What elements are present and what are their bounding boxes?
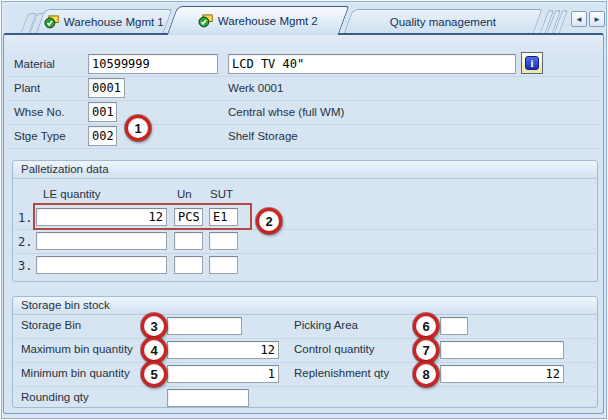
minimum-bin-quantity-input[interactable] xyxy=(167,365,279,383)
un-input-3[interactable] xyxy=(174,256,203,274)
row-separator xyxy=(8,76,600,77)
material-description-input[interactable] xyxy=(228,54,516,74)
storage-bin-stock-group: Storage bin stock Storage Bin Maximum bi… xyxy=(12,296,598,408)
storage-bin-input[interactable] xyxy=(167,317,242,335)
replenishment-qty-label: Replenishment qty xyxy=(294,367,389,379)
annotation-circle-7: 7 xyxy=(413,337,439,363)
replenishment-qty-input[interactable] xyxy=(440,365,564,383)
row-separator xyxy=(15,362,596,363)
row-separator xyxy=(15,338,596,339)
info-icon: i xyxy=(525,56,539,70)
sut-column-header: SUT xyxy=(210,188,233,200)
annotation-circle-3: 3 xyxy=(141,313,167,339)
view-check-icon xyxy=(198,14,213,28)
le-quantity-column-header: LE quantity xyxy=(43,188,101,200)
whse-description: Central whse (full WM) xyxy=(228,106,344,118)
material-input[interactable] xyxy=(88,54,218,74)
arrow-right-icon: ► xyxy=(593,15,601,24)
annotation-circle-8: 8 xyxy=(413,361,439,387)
rounding-qty-input[interactable] xyxy=(167,389,249,407)
sut-input-3[interactable] xyxy=(209,256,238,274)
row-separator xyxy=(8,124,600,125)
le-quantity-input-2[interactable] xyxy=(36,232,167,250)
tab-scroll-right-button[interactable]: ► xyxy=(589,11,605,27)
maximum-bin-quantity-input[interactable] xyxy=(167,341,279,359)
control-quantity-input[interactable] xyxy=(440,341,564,359)
material-label: Material xyxy=(14,58,55,70)
minimum-bin-quantity-label: Minimum bin quantity xyxy=(21,367,130,379)
arrow-left-icon: ◄ xyxy=(575,15,583,24)
le-quantity-input-3[interactable] xyxy=(36,256,167,274)
row-separator xyxy=(8,100,600,101)
storage-bin-label: Storage Bin xyxy=(21,319,81,331)
stge-type-input[interactable] xyxy=(88,126,117,146)
picking-area-label: Picking Area xyxy=(294,319,358,331)
tab-quality-management[interactable]: Quality management xyxy=(343,9,542,34)
annotation-circle-4: 4 xyxy=(141,337,167,363)
stge-type-label: Stge Type xyxy=(14,130,66,142)
sut-input-2[interactable] xyxy=(209,232,238,250)
control-quantity-label: Control quantity xyxy=(294,343,375,355)
plant-input[interactable] xyxy=(88,78,125,98)
picking-area-input[interactable] xyxy=(440,317,468,335)
info-button[interactable]: i xyxy=(521,52,543,74)
tab-warehouse-mgmt-2[interactable]: Warehouse Mgmt 2 xyxy=(167,6,350,35)
row-separator xyxy=(8,148,600,149)
rounding-qty-label: Rounding qty xyxy=(21,391,89,403)
un-input-2[interactable] xyxy=(174,232,203,250)
sap-window: Warehouse Mgmt 1 Warehouse Mgmt 2 Qualit… xyxy=(0,0,608,420)
annotation-highlight-box xyxy=(33,203,252,230)
storage-bin-stock-group-title: Storage bin stock xyxy=(13,297,597,315)
palletization-group: Palletization data LE quantity Un SUT 1.… xyxy=(12,160,598,282)
annotation-circle-2: 2 xyxy=(256,208,282,234)
palletization-group-title: Palletization data xyxy=(13,161,597,179)
annotation-circle-1: 1 xyxy=(125,115,151,141)
tab-label: Quality management xyxy=(390,16,496,28)
tab-label: Warehouse Mgmt 2 xyxy=(218,15,318,27)
annotation-circle-5: 5 xyxy=(141,361,167,387)
un-column-header: Un xyxy=(177,188,192,200)
tab-scroll-left-button[interactable]: ◄ xyxy=(571,11,587,27)
row-separator xyxy=(15,253,596,254)
row-separator xyxy=(15,386,596,387)
plant-label: Plant xyxy=(14,82,40,94)
tab-warehouse-mgmt-1[interactable]: Warehouse Mgmt 1 xyxy=(35,9,172,34)
pallet-row-index: 3. xyxy=(18,259,32,273)
view-check-icon xyxy=(44,15,59,29)
whse-no-input[interactable] xyxy=(88,102,117,122)
pallet-row-index: 2. xyxy=(18,235,32,249)
maximum-bin-quantity-label: Maximum bin quantity xyxy=(21,343,133,355)
whse-no-label: Whse No. xyxy=(14,106,65,118)
annotation-circle-6: 6 xyxy=(413,313,439,339)
tab-label: Warehouse Mgmt 1 xyxy=(64,16,164,28)
plant-description: Werk 0001 xyxy=(228,82,283,94)
stge-type-description: Shelf Storage xyxy=(228,130,298,142)
pallet-row-index: 1. xyxy=(18,211,32,225)
